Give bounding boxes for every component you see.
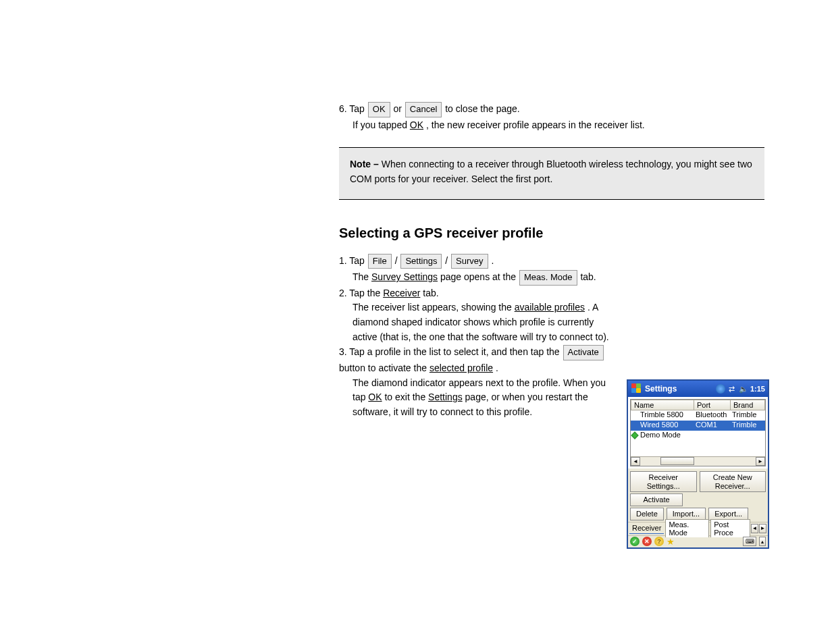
col-port[interactable]: Port xyxy=(694,400,731,410)
tab-post-proce[interactable]: Post Proce xyxy=(710,519,750,537)
button-row-2: Activate xyxy=(628,493,768,508)
receiver-settings-button[interactable]: Receiver Settings... xyxy=(630,471,697,492)
available-profiles-ref: available profiles xyxy=(515,302,585,313)
bluetooth-icon[interactable] xyxy=(716,384,725,394)
delete-button[interactable]: Delete xyxy=(630,508,664,520)
network-icon[interactable] xyxy=(727,384,737,394)
text: 3. Tap a profile in the list to select i… xyxy=(339,346,563,357)
table-row[interactable]: Trimble 5800BluetoothTrimble xyxy=(631,410,765,421)
table-row[interactable]: Wired 5800COM1Trimble xyxy=(631,421,765,431)
scroll-thumb[interactable] xyxy=(660,457,694,465)
keyboard-icon[interactable]: ⌨ xyxy=(743,537,756,546)
titlebar: Settings 1:15 xyxy=(628,381,768,397)
settings-ref: Settings xyxy=(428,392,463,402)
text: to exit the xyxy=(384,392,428,402)
text: / xyxy=(445,255,450,266)
ok-chip: OK xyxy=(368,102,390,117)
step-3-result: The diamond indicator appears next to th… xyxy=(339,376,609,420)
tab-scroll-right[interactable]: ► xyxy=(759,524,766,533)
text: The xyxy=(353,271,371,282)
list-header: Name Port Brand xyxy=(631,400,765,410)
note-text: When connecting to a receiver through Bl… xyxy=(350,159,752,184)
text: 2. Tap the xyxy=(339,288,383,298)
tab-receiver[interactable]: Receiver xyxy=(629,522,664,534)
scroll-right-button[interactable]: ► xyxy=(756,457,765,466)
step-3: 3. Tap a profile in the list to select i… xyxy=(339,344,616,375)
col-name[interactable]: Name xyxy=(631,400,694,410)
text: , the new receiver profile appears in th… xyxy=(426,119,645,130)
activate-chip: Activate xyxy=(563,345,604,360)
meas-mode-chip: Meas. Mode xyxy=(519,270,577,286)
col-brand[interactable]: Brand xyxy=(731,400,765,410)
survey-chip: Survey xyxy=(451,254,488,269)
tab-meas-mode[interactable]: Meas. Mode xyxy=(665,519,709,537)
step-2-result: The receiver list appears, showing the a… xyxy=(339,300,616,344)
window-title: Settings xyxy=(645,384,716,394)
step-6-result: If you tapped OK , the new receiver prof… xyxy=(339,118,764,133)
text: to close the page. xyxy=(445,103,520,114)
help-icon[interactable] xyxy=(654,537,664,546)
cancel-chip: Cancel xyxy=(405,102,442,117)
ok-icon[interactable] xyxy=(630,537,640,546)
text: 6. Tap xyxy=(339,103,367,114)
scroll-track[interactable] xyxy=(640,457,756,466)
import-button[interactable]: Import... xyxy=(667,508,706,520)
settings-chip: Settings xyxy=(400,254,442,269)
step-1: 1. Tap File / Settings / Survey . xyxy=(339,253,764,270)
step-2: 2. Tap the Receiver tab. xyxy=(339,286,764,301)
export-button[interactable]: Export... xyxy=(708,508,748,520)
text: If you tapped xyxy=(353,119,410,130)
window-body: Name Port Brand Trimble 5800BluetoothTri… xyxy=(628,397,768,468)
tab-scroll-left[interactable]: ◄ xyxy=(751,524,758,533)
document-body: 6. Tap OK or Cancel to close the page. I… xyxy=(339,101,764,420)
file-chip: File xyxy=(368,254,392,269)
system-tray: 1:15 xyxy=(716,384,765,394)
note-block: Note – When connecting to a receiver thr… xyxy=(339,147,764,199)
selected-profile-ref: selected profile xyxy=(429,363,493,373)
favorite-icon[interactable]: ★ xyxy=(667,537,675,547)
table-row[interactable]: Demo Mode xyxy=(631,431,765,441)
pocketpc-window: Settings 1:15 Name Port Brand Trimble 58… xyxy=(627,379,769,549)
text: / xyxy=(395,255,400,266)
horizontal-scrollbar[interactable]: ◄ ► xyxy=(631,456,765,466)
text: The receiver list appears, showing the xyxy=(353,302,515,313)
activate-button[interactable]: Activate xyxy=(630,493,683,506)
text: page opens at the xyxy=(440,271,519,282)
speaker-icon[interactable] xyxy=(739,384,748,394)
clock: 1:15 xyxy=(750,385,765,393)
text: button to activate the xyxy=(339,363,429,373)
scroll-left-button[interactable]: ◄ xyxy=(631,457,640,466)
list-rows: Trimble 5800BluetoothTrimbleWired 5800CO… xyxy=(631,410,765,456)
text: tab. xyxy=(423,288,438,298)
cancel-icon[interactable] xyxy=(642,537,652,546)
button-row-1: Receiver Settings... Create New Receiver… xyxy=(628,468,768,493)
text: . xyxy=(491,255,494,266)
receiver-tab-ref: Receiver xyxy=(383,288,420,298)
create-new-receiver-button[interactable]: Create New Receiver... xyxy=(700,471,766,492)
text: tab. xyxy=(580,271,596,282)
note-label: Note – xyxy=(350,159,382,169)
ok-ref: OK xyxy=(410,119,423,130)
keyboard-up-icon[interactable]: ▲ xyxy=(759,537,766,546)
step-1-result: The Survey Settings page opens at the Me… xyxy=(339,269,764,286)
start-icon[interactable] xyxy=(631,383,643,395)
text: or xyxy=(393,103,404,114)
text: . xyxy=(496,363,498,373)
survey-settings-ref: Survey Settings xyxy=(371,271,438,282)
section-heading: Selecting a GPS receiver profile xyxy=(339,223,764,244)
receiver-list[interactable]: Name Port Brand Trimble 5800BluetoothTri… xyxy=(630,399,766,466)
tab-strip: Receiver Meas. Mode Post Proce ◄ ► xyxy=(628,522,768,535)
step-6: 6. Tap OK or Cancel to close the page. xyxy=(339,101,764,118)
ok-ref-2: OK xyxy=(368,392,382,402)
text: 1. Tap xyxy=(339,255,367,266)
